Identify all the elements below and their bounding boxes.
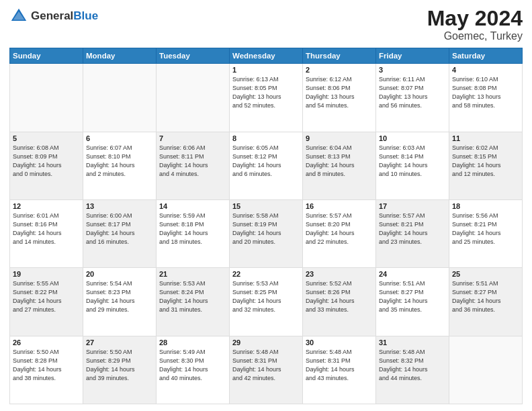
calendar-cell: 2Sunrise: 6:12 AM Sunset: 8:06 PM Daylig… [303,64,376,132]
calendar-cell [10,64,83,132]
day-number: 3 [379,66,446,74]
calendar-cell: 29Sunrise: 5:48 AM Sunset: 8:31 PM Dayli… [230,336,303,404]
calendar-cell: 18Sunrise: 5:56 AM Sunset: 8:21 PM Dayli… [449,199,523,267]
day-number: 30 [306,338,373,347]
day-info: Sunrise: 5:51 AM Sunset: 8:27 PM Dayligh… [452,279,519,314]
day-number: 21 [159,270,226,278]
day-info: Sunrise: 6:01 AM Sunset: 8:16 PM Dayligh… [13,212,80,246]
calendar-cell: 13Sunrise: 6:00 AM Sunset: 8:17 PM Dayli… [83,199,157,267]
day-info: Sunrise: 5:54 AM Sunset: 8:23 PM Dayligh… [86,279,153,314]
day-info: Sunrise: 5:53 AM Sunset: 8:25 PM Dayligh… [232,279,300,314]
day-number: 13 [86,202,153,210]
calendar-cell [449,336,523,404]
day-number: 26 [13,338,80,347]
title-month: May 2024 [427,7,523,30]
calendar-cell: 20Sunrise: 5:54 AM Sunset: 8:23 PM Dayli… [83,268,157,336]
day-info: Sunrise: 6:11 AM Sunset: 8:07 PM Dayligh… [379,75,446,110]
day-number: 18 [452,202,519,210]
day-info: Sunrise: 5:48 AM Sunset: 8:32 PM Dayligh… [379,348,446,383]
calendar-cell: 1Sunrise: 6:13 AM Sunset: 8:05 PM Daylig… [230,64,303,132]
col-header-saturday: Saturday [449,48,523,64]
day-info: Sunrise: 6:02 AM Sunset: 8:15 PM Dayligh… [452,144,519,179]
day-number: 2 [306,66,373,74]
calendar-cell: 21Sunrise: 5:53 AM Sunset: 8:24 PM Dayli… [157,268,230,336]
calendar-cell: 17Sunrise: 5:57 AM Sunset: 8:21 PM Dayli… [376,199,449,267]
calendar-cell: 11Sunrise: 6:02 AM Sunset: 8:15 PM Dayli… [449,132,523,199]
col-header-thursday: Thursday [303,48,376,64]
calendar-week-1: 5Sunrise: 6:08 AM Sunset: 8:09 PM Daylig… [10,132,523,199]
calendar-cell: 7Sunrise: 6:06 AM Sunset: 8:11 PM Daylig… [157,132,230,199]
col-header-monday: Monday [83,48,157,64]
title-location: Goemec, Turkey [427,30,523,42]
day-number: 24 [379,270,446,278]
calendar-cell: 31Sunrise: 5:48 AM Sunset: 8:32 PM Dayli… [376,336,449,404]
day-info: Sunrise: 5:59 AM Sunset: 8:18 PM Dayligh… [159,212,226,246]
day-info: Sunrise: 5:49 AM Sunset: 8:30 PM Dayligh… [159,348,226,383]
day-info: Sunrise: 5:55 AM Sunset: 8:22 PM Dayligh… [13,279,80,314]
day-info: Sunrise: 5:57 AM Sunset: 8:20 PM Dayligh… [306,212,373,246]
calendar-week-4: 26Sunrise: 5:50 AM Sunset: 8:28 PM Dayli… [10,336,523,404]
calendar-cell [157,64,230,132]
calendar-cell: 12Sunrise: 6:01 AM Sunset: 8:16 PM Dayli… [10,199,83,267]
day-number: 7 [159,134,226,142]
calendar-cell: 23Sunrise: 5:52 AM Sunset: 8:26 PM Dayli… [303,268,376,336]
day-info: Sunrise: 6:05 AM Sunset: 8:12 PM Dayligh… [232,144,300,179]
header: GeneralBlue May 2024 Goemec, Turkey [9,7,523,42]
day-number: 1 [232,66,300,74]
day-info: Sunrise: 5:50 AM Sunset: 8:28 PM Dayligh… [13,348,80,383]
day-info: Sunrise: 5:58 AM Sunset: 8:19 PM Dayligh… [232,212,300,246]
day-info: Sunrise: 5:52 AM Sunset: 8:26 PM Dayligh… [306,279,373,314]
calendar-cell: 16Sunrise: 5:57 AM Sunset: 8:20 PM Dayli… [303,199,376,267]
day-number: 12 [13,202,80,210]
day-number: 25 [452,270,519,278]
day-info: Sunrise: 6:13 AM Sunset: 8:05 PM Dayligh… [232,75,300,110]
day-info: Sunrise: 6:12 AM Sunset: 8:06 PM Dayligh… [306,75,373,110]
calendar-cell: 5Sunrise: 6:08 AM Sunset: 8:09 PM Daylig… [10,132,83,199]
calendar-cell: 3Sunrise: 6:11 AM Sunset: 8:07 PM Daylig… [376,64,449,132]
calendar-cell: 15Sunrise: 5:58 AM Sunset: 8:19 PM Dayli… [230,199,303,267]
day-number: 23 [306,270,373,278]
day-number: 15 [232,202,300,210]
calendar-cell: 4Sunrise: 6:10 AM Sunset: 8:08 PM Daylig… [449,64,523,132]
day-info: Sunrise: 6:06 AM Sunset: 8:11 PM Dayligh… [159,144,226,179]
logo-general: GeneralBlue [31,9,98,23]
calendar-week-0: 1Sunrise: 6:13 AM Sunset: 8:05 PM Daylig… [10,64,523,132]
day-info: Sunrise: 6:08 AM Sunset: 8:09 PM Dayligh… [13,144,80,179]
calendar-header-row: SundayMondayTuesdayWednesdayThursdayFrid… [10,48,523,64]
title-block: May 2024 Goemec, Turkey [427,7,523,42]
calendar-cell: 28Sunrise: 5:49 AM Sunset: 8:30 PM Dayli… [157,336,230,404]
calendar-cell: 10Sunrise: 6:03 AM Sunset: 8:14 PM Dayli… [376,132,449,199]
day-number: 6 [86,134,153,142]
day-number: 4 [452,66,519,74]
calendar-cell: 27Sunrise: 5:50 AM Sunset: 8:29 PM Dayli… [83,336,157,404]
calendar-table: SundayMondayTuesdayWednesdayThursdayFrid… [9,48,523,404]
calendar-cell: 19Sunrise: 5:55 AM Sunset: 8:22 PM Dayli… [10,268,83,336]
logo-icon [9,7,28,26]
calendar-cell: 25Sunrise: 5:51 AM Sunset: 8:27 PM Dayli… [449,268,523,336]
day-info: Sunrise: 5:48 AM Sunset: 8:31 PM Dayligh… [306,348,373,383]
day-info: Sunrise: 6:00 AM Sunset: 8:17 PM Dayligh… [86,212,153,246]
day-info: Sunrise: 5:50 AM Sunset: 8:29 PM Dayligh… [86,348,153,383]
logo: GeneralBlue [9,7,98,26]
col-header-sunday: Sunday [10,48,83,64]
day-number: 11 [452,134,519,142]
day-number: 17 [379,202,446,210]
day-number: 14 [159,202,226,210]
day-info: Sunrise: 6:04 AM Sunset: 8:13 PM Dayligh… [306,144,373,179]
day-number: 28 [159,338,226,347]
col-header-friday: Friday [376,48,449,64]
calendar-cell [83,64,157,132]
day-info: Sunrise: 6:10 AM Sunset: 8:08 PM Dayligh… [452,75,519,110]
col-header-wednesday: Wednesday [230,48,303,64]
day-number: 5 [13,134,80,142]
day-number: 9 [306,134,373,142]
calendar-cell: 24Sunrise: 5:51 AM Sunset: 8:27 PM Dayli… [376,268,449,336]
day-number: 22 [232,270,300,278]
day-info: Sunrise: 6:07 AM Sunset: 8:10 PM Dayligh… [86,144,153,179]
day-number: 8 [232,134,300,142]
day-number: 27 [86,338,153,347]
day-info: Sunrise: 5:51 AM Sunset: 8:27 PM Dayligh… [379,279,446,314]
day-info: Sunrise: 5:56 AM Sunset: 8:21 PM Dayligh… [452,212,519,246]
day-info: Sunrise: 5:53 AM Sunset: 8:24 PM Dayligh… [159,279,226,314]
calendar-cell: 8Sunrise: 6:05 AM Sunset: 8:12 PM Daylig… [230,132,303,199]
